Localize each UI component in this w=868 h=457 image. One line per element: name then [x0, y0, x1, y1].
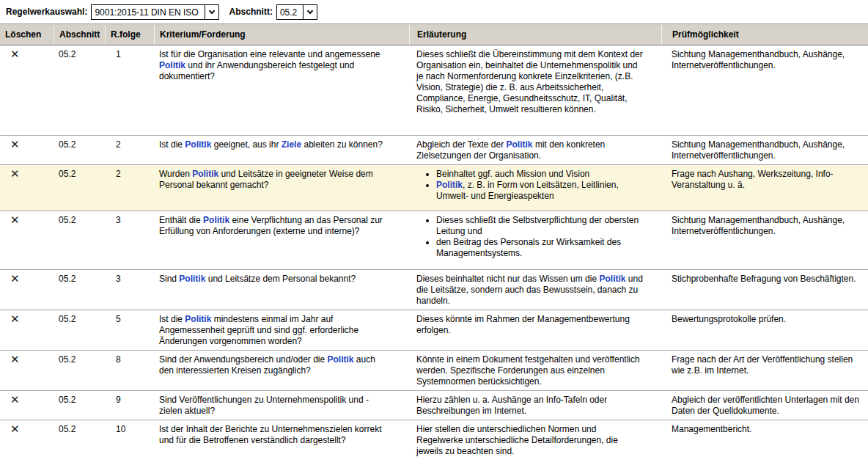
- term-link[interactable]: Politik: [203, 215, 229, 225]
- kriterium-cell: Sind Veröffentlichungen zu Unternehmensp…: [154, 391, 409, 420]
- rfolge-cell: 2: [105, 136, 154, 164]
- column-header-loeschen: Löschen: [0, 24, 54, 45]
- kriterium-cell: Enthält die Politik eine Verpflichtung a…: [154, 211, 409, 269]
- kriterium-cell: Ist die Politik geeignet, aus ihr Ziele …: [154, 136, 409, 164]
- pruef-cell: Abgleich der veröffentlichten Unterlagen…: [661, 391, 868, 420]
- regelwerk-select-value: 9001:2015-11 DIN EN ISO: [92, 5, 204, 19]
- table-body: ✕ 05.2 1 Ist für die Organisation eine r…: [0, 45, 868, 457]
- table-row: ✕ 05.2 9 Sind Veröffentlichungen zu Unte…: [0, 391, 868, 420]
- abschnitt-select[interactable]: 05.2: [276, 4, 317, 20]
- term-link[interactable]: Politik: [185, 139, 211, 150]
- term-link[interactable]: Politik: [192, 169, 218, 179]
- rfolge-cell: 1: [105, 45, 154, 135]
- abschnitt-cell: 05.2: [54, 211, 105, 269]
- chevron-down-icon: [307, 7, 313, 13]
- erlaeuterung-bullet-item: Dieses schließt die Selbstverpflichtung …: [436, 215, 644, 237]
- term-link[interactable]: Politik: [328, 354, 354, 365]
- erlaeuterung-bullet-item: Beinhaltet ggf. auch Mission und Vision: [436, 169, 644, 180]
- delete-cell: ✕: [0, 136, 54, 164]
- delete-cell: ✕: [0, 211, 54, 269]
- table-row: ✕ 05.2 2 Wurden Politik und Leitsätze in…: [0, 165, 868, 211]
- abschnitt-select-arrow-button[interactable]: [303, 5, 317, 19]
- table-row: ✕ 05.2 1 Ist für die Organisation eine r…: [0, 45, 868, 136]
- abschnitt-cell: 05.2: [54, 45, 105, 135]
- toolbar: Regelwerkauswahl: 9001:2015-11 DIN EN IS…: [0, 0, 868, 24]
- pruef-cell: Frage nach Aushang, Werkszeitung, Info-V…: [661, 165, 868, 211]
- rfolge-cell: 5: [105, 310, 154, 350]
- term-link[interactable]: Politik: [507, 139, 533, 150]
- kriterium-cell: Ist für die Organisation eine relevante …: [154, 45, 409, 135]
- term-link[interactable]: Politik: [599, 274, 625, 284]
- abschnitt-label: Abschnitt:: [229, 7, 273, 17]
- column-header-abschnitt: Abschnitt: [54, 24, 105, 45]
- abschnitt-cell: 05.2: [54, 310, 105, 350]
- delete-cell: ✕: [0, 165, 54, 211]
- delete-icon[interactable]: ✕: [10, 424, 20, 434]
- rfolge-cell: 10: [105, 420, 154, 457]
- table-row: ✕ 05.2 2 Ist die Politik geeignet, aus i…: [0, 136, 868, 165]
- delete-cell: ✕: [0, 420, 54, 457]
- erlaeuterung-cell: Hierzu zählen u. a. Aushänge an Info-Taf…: [409, 391, 661, 420]
- table-row: ✕ 05.2 3 Enthält die Politik eine Verpfl…: [0, 211, 868, 270]
- delete-icon[interactable]: ✕: [10, 215, 20, 224]
- kriterium-cell: Wurden Politik und Leitsätze in geeignet…: [154, 165, 409, 211]
- abschnitt-cell: 05.2: [54, 391, 105, 420]
- erlaeuterung-bullet-item: den Beitrag des Personals zur Wirksamkei…: [436, 237, 644, 259]
- erlaeuterung-bullet-list: Dieses schließt die Selbstverpflichtung …: [416, 215, 644, 259]
- column-header-kriterium: Kriterium/Forderung: [154, 24, 409, 45]
- abschnitt-cell: 05.2: [54, 270, 105, 310]
- term-link[interactable]: Politik: [436, 180, 463, 190]
- delete-icon[interactable]: ✕: [10, 314, 20, 323]
- table-header-row: Löschen Abschnitt R.folge Kriterium/Ford…: [0, 24, 868, 45]
- term-link[interactable]: Politik: [159, 60, 185, 70]
- term-link[interactable]: Politik: [185, 314, 211, 324]
- regelwerk-select[interactable]: 9001:2015-11 DIN EN ISO: [91, 4, 218, 20]
- regelwerk-label: Regelwerkauswahl:: [6, 7, 87, 17]
- erlaeuterung-cell: Dieses schließt die Selbstverpflichtung …: [409, 211, 661, 269]
- abschnitt-select-value: 05.2: [277, 5, 303, 19]
- pruef-cell: Bewertungsprotokolle prüfen.: [661, 310, 868, 350]
- kriterium-cell: Ist der Inhalt der Berichte zu Unternehm…: [154, 420, 409, 457]
- erlaeuterung-bullet-list: Beinhaltet ggf. auch Mission und VisionP…: [416, 169, 644, 202]
- delete-icon[interactable]: ✕: [10, 139, 20, 149]
- delete-cell: ✕: [0, 45, 54, 135]
- chevron-down-icon: [208, 7, 214, 13]
- rfolge-cell: 8: [105, 351, 154, 390]
- kriterium-cell: Ist die Politik mindestens einmal im Jah…: [154, 310, 409, 350]
- pruef-cell: Frage nach der Art der Veröffentlichung …: [661, 351, 868, 390]
- erlaeuterung-cell: Beinhaltet ggf. auch Mission und VisionP…: [409, 165, 661, 211]
- erlaeuterung-cell: Abgleich der Texte der Politik mit den k…: [409, 136, 661, 164]
- column-header-erlaeuterung: Erläuterung: [409, 24, 661, 45]
- erlaeuterung-cell: Dieses beinhaltet nicht nur das Wissen u…: [409, 270, 661, 310]
- rfolge-cell: 3: [105, 211, 154, 269]
- abschnitt-cell: 05.2: [54, 136, 105, 164]
- kriterium-cell: Sind Politik und Leitsätze dem Personal …: [154, 270, 409, 310]
- app-window: Regelwerkauswahl: 9001:2015-11 DIN EN IS…: [0, 0, 868, 457]
- term-link[interactable]: Politik: [179, 274, 205, 284]
- delete-icon[interactable]: ✕: [10, 274, 20, 283]
- delete-cell: ✕: [0, 391, 54, 420]
- erlaeuterung-cell: Dieses könnte im Rahmen der Managementbe…: [409, 310, 661, 350]
- pruef-cell: Stichprobenhafte Befragung von Beschäfti…: [661, 270, 868, 310]
- delete-cell: ✕: [0, 310, 54, 350]
- table-row: ✕ 05.2 5 Ist die Politik mindestens einm…: [0, 310, 868, 351]
- erlaeuterung-bullet-item: Politik, z. B. in Form von Leitsätzen, L…: [436, 180, 644, 202]
- erlaeuterung-cell: Könnte in einem Dokument festgehalten un…: [409, 351, 661, 390]
- table-row: ✕ 05.2 10 Ist der Inhalt der Berichte zu…: [0, 420, 868, 457]
- regelwerk-select-arrow-button[interactable]: [205, 5, 218, 19]
- pruef-cell: Sichtung Managementhandbuch, Aushänge, I…: [661, 136, 868, 164]
- erlaeuterung-cell: Dieses schließt die Übereinstimmung mit …: [409, 45, 661, 135]
- delete-icon[interactable]: ✕: [10, 49, 20, 59]
- term-link[interactable]: Ziele: [282, 139, 301, 150]
- rfolge-cell: 9: [105, 391, 154, 420]
- table-row: ✕ 05.2 3 Sind Politik und Leitsätze dem …: [0, 270, 868, 310]
- column-header-pruefmoeglichkeit: Prüfmöglichkeit: [661, 24, 868, 45]
- abschnitt-cell: 05.2: [54, 420, 105, 457]
- delete-cell: ✕: [0, 270, 54, 310]
- delete-icon[interactable]: ✕: [10, 395, 20, 404]
- delete-cell: ✕: [0, 351, 54, 390]
- delete-icon[interactable]: ✕: [10, 354, 20, 364]
- delete-icon[interactable]: ✕: [10, 169, 20, 178]
- abschnitt-cell: 05.2: [54, 351, 105, 390]
- table-row: ✕ 05.2 8 Sind der Anwendungsbereich und/…: [0, 351, 868, 391]
